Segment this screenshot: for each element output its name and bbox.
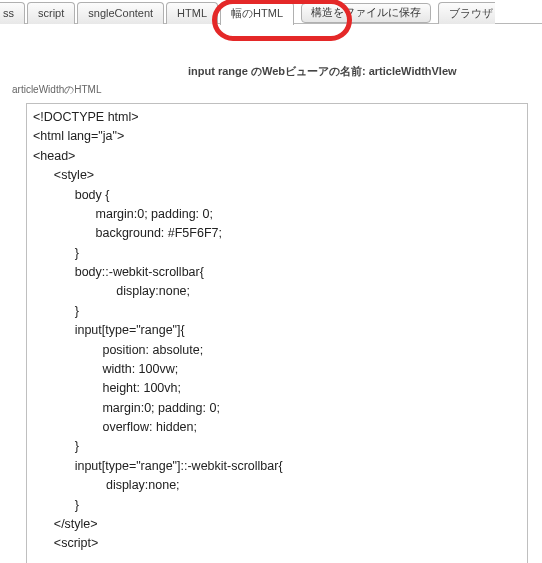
code-content: <!DOCTYPE html> <html lang="ja"> <head> … — [33, 108, 521, 563]
subheader-text: input range のWebビューアの名前: articleWidthVIe… — [0, 24, 542, 83]
code-textarea[interactable]: <!DOCTYPE html> <html lang="ja"> <head> … — [26, 103, 528, 563]
tab-browser[interactable]: ブラウザ — [438, 2, 495, 24]
save-structure-button[interactable]: 構造をファイルに保存 — [301, 3, 431, 23]
tab-width-html[interactable]: 幅のHTML — [220, 2, 294, 25]
tab-label: script — [38, 7, 64, 19]
button-label: 構造をファイルに保存 — [311, 5, 421, 20]
tab-bar: ss script sngleContent HTML 幅のHTML 構造をファ… — [0, 0, 542, 24]
tab-html[interactable]: HTML — [166, 2, 218, 24]
window-root: ss script sngleContent HTML 幅のHTML 構造をファ… — [0, 0, 542, 563]
tab-label: ブラウザ — [449, 6, 493, 21]
tab-label: HTML — [177, 7, 207, 19]
tab-script[interactable]: script — [27, 2, 75, 24]
tab-label: sngleContent — [88, 7, 153, 19]
tab-snglecontent[interactable]: sngleContent — [77, 2, 164, 24]
tab-ss[interactable]: ss — [0, 2, 25, 24]
tab-label: 幅のHTML — [231, 6, 283, 21]
field-label: articleWidthのHTML — [0, 83, 542, 103]
tab-label: ss — [3, 7, 14, 19]
